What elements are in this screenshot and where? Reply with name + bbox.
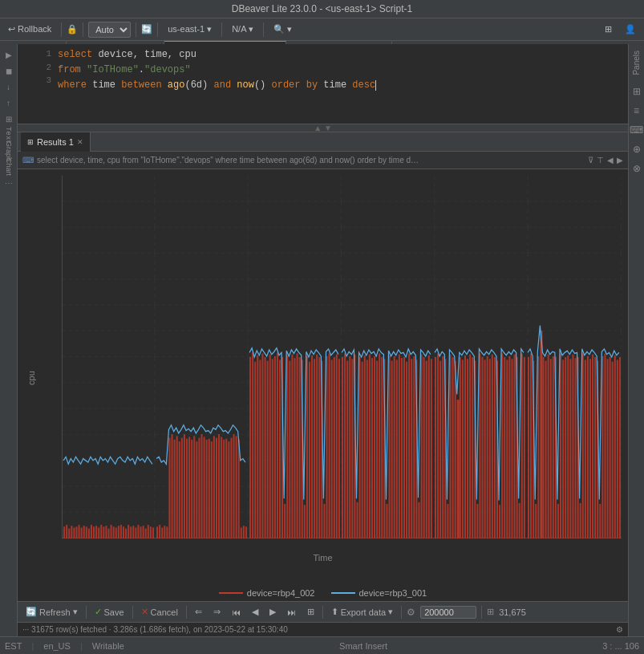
svg-rect-158 (401, 358, 403, 538)
sidebar-stop-icon[interactable]: ◼ (2, 63, 16, 78)
results-tab-close[interactable]: ✕ (77, 138, 83, 146)
nav-left-icon[interactable]: ◀ (607, 156, 614, 165)
sidebar-down-icon[interactable]: ↓ (2, 79, 16, 94)
svg-rect-192 (487, 356, 488, 538)
svg-rect-78 (200, 434, 202, 538)
svg-rect-167 (423, 357, 425, 538)
svg-rect-54 (140, 526, 142, 538)
user-button[interactable]: 👤 (620, 22, 641, 36)
main-toolbar: ↩ Rollback 🔒 Auto 🔄 us-east-1 ▾ N/A ▾ 🔍 … (0, 18, 644, 41)
refresh-button[interactable]: 🔄 Refresh ▾ (22, 606, 81, 618)
lock-icon: 🔒 (67, 24, 78, 35)
svg-rect-26 (71, 526, 72, 538)
svg-rect-113 (289, 361, 290, 538)
svg-rect-32 (86, 526, 87, 538)
sidebar-up-icon[interactable]: ↑ (2, 95, 16, 110)
right-sidebar-icon-5[interactable]: ⊗ (630, 162, 643, 175)
right-sidebar-icon-4[interactable]: ⊕ (630, 143, 643, 156)
query-bar: ⌨ select device, time, cpu from "IoTHome… (18, 152, 628, 169)
chart-container: cpu Time 0 5 10 15 20 (18, 169, 628, 587)
svg-rect-130 (331, 359, 333, 538)
svg-rect-240 (607, 359, 609, 538)
nav-next-button[interactable]: ▶ (266, 606, 279, 618)
titlebar: DBeaver Lite 23.0.0 - <us-east-1> Script… (0, 0, 644, 18)
svg-rect-142 (362, 362, 363, 538)
results-tab-1[interactable]: ⊞ Results 1 ✕ (21, 132, 91, 152)
svg-rect-91 (233, 434, 235, 538)
filter-options-icon[interactable]: ⊤ (597, 156, 604, 165)
toolbar-separator-4 (157, 22, 158, 37)
grid-toggle-button[interactable]: ⊞ (304, 606, 318, 618)
sidebar-chart2-icon[interactable]: Chart (2, 160, 16, 174)
query-bar-cursor-icon: ⌨ (22, 156, 34, 165)
right-sidebar-icon-1[interactable]: ⊞ (630, 85, 643, 98)
panels-label[interactable]: Panels (630, 47, 642, 79)
sidebar-run-icon[interactable]: ▶ (2, 47, 16, 62)
svg-rect-218 (553, 356, 554, 538)
row-info-bar: ··· 31675 row(s) fetched · 3.286s (1.686… (18, 622, 628, 636)
svg-rect-58 (150, 526, 152, 538)
svg-rect-136 (346, 361, 348, 538)
main-content: 123 select device, time, cpu from "IoTHo… (18, 44, 628, 636)
nav-prev-button[interactable]: ◀ (249, 606, 261, 618)
sidebar-text-icon[interactable]: Text (2, 128, 16, 142)
svg-rect-216 (548, 355, 549, 538)
svg-rect-40 (105, 526, 107, 538)
cancel-button[interactable]: ✕ Cancel (138, 606, 181, 618)
na-button[interactable]: N/A ▾ (227, 22, 258, 36)
chart-area: cpu Time 0 5 10 15 20 (18, 169, 628, 636)
query-bar-text: select device, time, cpu from "IoTHome".… (37, 156, 585, 165)
limit-input[interactable] (420, 606, 476, 619)
nav-move-right-button[interactable]: ⇒ (210, 606, 224, 618)
svg-rect-72 (186, 439, 188, 538)
sidebar-chart-icon[interactable]: Graph (2, 144, 16, 158)
svg-rect-43 (113, 526, 115, 538)
legend-rbp4-label: device=rbp4_002 (247, 588, 315, 598)
legend-rbp3: device=rbp3_001 (331, 588, 427, 598)
nav-first-button[interactable]: ⏮ (229, 607, 244, 618)
svg-rect-25 (68, 529, 70, 538)
svg-rect-125 (318, 357, 320, 538)
svg-rect-215 (545, 361, 547, 538)
svg-rect-169 (428, 355, 430, 538)
right-sidebar-icon-2[interactable]: ≡ (630, 104, 643, 117)
settings-icon[interactable]: ⚙ (407, 607, 415, 618)
collapse-icon: ▲ ▼ (314, 124, 332, 132)
svg-rect-148 (376, 361, 378, 538)
region-button[interactable]: us-east-1 ▾ (163, 22, 217, 36)
sidebar-more-icon[interactable]: ⋯ (2, 176, 16, 190)
svg-rect-90 (230, 438, 232, 538)
svg-rect-199 (504, 357, 505, 538)
svg-rect-59 (152, 527, 154, 538)
nav-move-left-button[interactable]: ⇐ (192, 606, 205, 618)
rollback-button[interactable]: ↩ Rollback (3, 22, 56, 36)
collapse-divider[interactable]: ▲ ▼ (18, 124, 628, 132)
svg-rect-66 (172, 434, 173, 538)
row-count-icon: ⊞ (487, 607, 494, 617)
settings-icon-right[interactable]: ⚙ (616, 625, 623, 634)
auto-select[interactable]: Auto (88, 22, 131, 38)
svg-rect-223 (565, 357, 566, 538)
svg-rect-27 (73, 527, 75, 538)
svg-rect-206 (521, 353, 523, 538)
svg-rect-80 (206, 440, 208, 538)
svg-rect-105 (269, 355, 271, 538)
line-numbers: 123 (18, 47, 55, 87)
svg-rect-147 (374, 356, 375, 538)
export-button[interactable]: ⬆ Export data ▾ (328, 606, 396, 618)
svg-rect-229 (580, 503, 581, 538)
svg-rect-154 (391, 361, 393, 538)
svg-rect-121 (309, 362, 310, 538)
sql-editor-content[interactable]: 123 select device, time, cpu from "IoTHo… (18, 44, 628, 124)
svg-rect-244 (617, 359, 618, 538)
search-button[interactable]: 🔍 ▾ (269, 22, 297, 36)
svg-rect-155 (394, 356, 395, 538)
grid-view-button[interactable]: ⊞ (600, 22, 617, 36)
save-button[interactable]: ✓ Save (91, 606, 128, 618)
filter-icon[interactable]: ⊽ (588, 156, 593, 165)
right-sidebar-icon-3[interactable]: ⌨ (630, 124, 643, 136)
sidebar-grid-icon[interactable]: ⊞ (2, 112, 16, 126)
nav-right-icon[interactable]: ▶ (617, 156, 623, 165)
nav-last-button[interactable]: ⏭ (284, 607, 299, 618)
svg-rect-197 (499, 505, 500, 538)
